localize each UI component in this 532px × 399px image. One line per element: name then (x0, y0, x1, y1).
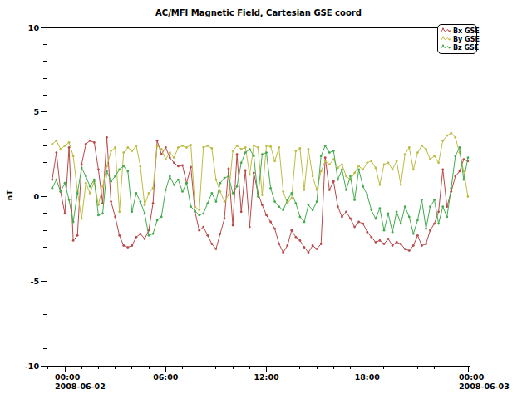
data-point (303, 221, 306, 224)
data-point (185, 182, 188, 185)
data-point (244, 170, 247, 172)
data-point (228, 194, 230, 196)
data-point (156, 140, 159, 142)
data-point (357, 169, 360, 171)
data-point (160, 148, 163, 150)
data-point (101, 185, 104, 188)
data-point (148, 192, 150, 195)
data-point (308, 204, 310, 206)
data-point (206, 145, 209, 147)
data-point (295, 150, 298, 152)
data-point (337, 205, 339, 208)
data-point (375, 218, 377, 220)
data-point (228, 175, 230, 178)
data-point (446, 135, 448, 137)
data-point (261, 204, 264, 206)
data-point (148, 234, 150, 237)
data-point (379, 239, 382, 242)
data-point (312, 244, 314, 247)
data-point (353, 199, 356, 201)
data-point (232, 224, 234, 227)
data-point (131, 150, 133, 152)
data-point (396, 241, 398, 244)
data-point (341, 169, 343, 171)
data-point (337, 167, 339, 170)
data-point (131, 244, 133, 247)
x-tick-label: 12:00 (254, 372, 279, 382)
data-point (89, 192, 91, 195)
data-point (56, 151, 58, 154)
data-point (249, 174, 251, 176)
data-point (387, 238, 390, 240)
data-point (286, 244, 288, 247)
data-point (106, 136, 108, 139)
y-tick-label: 0 (33, 192, 39, 201)
data-point (215, 179, 218, 181)
data-point (114, 175, 116, 178)
data-point (89, 185, 91, 188)
data-point (202, 146, 204, 149)
data-point (140, 200, 142, 203)
data-point (269, 145, 272, 148)
data-point (165, 189, 167, 191)
data-point (441, 140, 444, 142)
data-point (110, 150, 112, 152)
data-point (425, 228, 427, 230)
data-point (290, 197, 293, 200)
data-point (219, 182, 222, 185)
data-point (72, 239, 75, 242)
data-point (257, 146, 259, 149)
data-point (392, 244, 394, 247)
data-point (454, 175, 456, 178)
data-point (81, 167, 83, 170)
data-point (177, 179, 180, 181)
data-point (60, 148, 62, 150)
data-point (299, 239, 302, 242)
data-point (135, 236, 138, 239)
data-point (299, 147, 302, 150)
data-point (416, 219, 419, 222)
data-point (118, 169, 121, 171)
data-point (370, 209, 372, 211)
data-point (114, 146, 116, 149)
data-point (299, 216, 302, 219)
data-point (316, 248, 318, 250)
data-point (173, 184, 175, 186)
data-point (165, 158, 167, 160)
data-point (240, 161, 243, 164)
data-point (232, 150, 234, 152)
data-point (97, 169, 100, 171)
data-point (140, 233, 142, 235)
data-point (265, 151, 268, 154)
data-point (190, 144, 192, 146)
y-tick-label: -10 (25, 362, 40, 371)
data-point (308, 148, 310, 150)
data-point (341, 216, 343, 219)
data-point (446, 205, 448, 208)
data-point (110, 200, 112, 203)
legend-line-sample-icon (441, 44, 451, 51)
data-point (362, 169, 364, 171)
data-point (219, 233, 222, 235)
data-point (286, 199, 288, 201)
data-point (408, 249, 411, 252)
data-point (433, 223, 436, 225)
data-point (210, 243, 213, 245)
data-point (345, 189, 347, 191)
data-point (156, 219, 159, 222)
x-tick-label: 18:00 (355, 372, 381, 382)
data-point (429, 229, 431, 232)
data-point (332, 180, 335, 183)
data-point (114, 216, 116, 219)
data-point (126, 146, 129, 149)
data-point (412, 244, 415, 247)
data-point (51, 143, 53, 145)
data-point (131, 210, 133, 213)
data-point (169, 175, 171, 178)
data-point (396, 210, 398, 213)
data-point (320, 170, 323, 173)
data-point (345, 210, 347, 213)
data-point (370, 236, 372, 239)
data-point (156, 145, 159, 147)
data-point (152, 202, 155, 204)
